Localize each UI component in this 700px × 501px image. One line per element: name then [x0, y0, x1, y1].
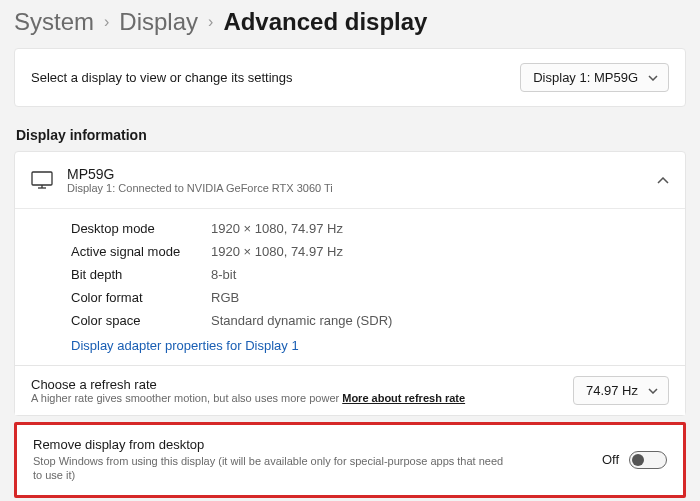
more-about-refresh-rate-link[interactable]: More about refresh rate: [342, 392, 465, 404]
breadcrumb-current: Advanced display: [223, 8, 427, 36]
display-selector-dropdown[interactable]: Display 1: MP59G: [520, 63, 669, 92]
kv-key: Color space: [71, 313, 211, 328]
chevron-right-icon: ›: [104, 13, 109, 31]
refresh-rate-subtitle: A higher rate gives smoother motion, but…: [31, 392, 465, 404]
kv-key: Active signal mode: [71, 244, 211, 259]
kv-row: Color formatRGB: [15, 286, 685, 309]
chevron-down-icon: [648, 75, 658, 81]
monitor-icon: [31, 171, 53, 189]
kv-val: 1920 × 1080, 74.97 Hz: [211, 221, 343, 236]
kv-key: Desktop mode: [71, 221, 211, 236]
section-title-display-information: Display information: [16, 127, 686, 143]
display-subtitle: Display 1: Connected to NVIDIA GeForce R…: [67, 182, 333, 194]
kv-row: Bit depth8-bit: [15, 263, 685, 286]
chevron-up-icon[interactable]: [657, 177, 669, 184]
svg-rect-0: [32, 172, 52, 185]
refresh-rate-value: 74.97 Hz: [586, 383, 638, 398]
refresh-rate-title: Choose a refresh rate: [31, 377, 465, 392]
kv-val: 8-bit: [211, 267, 236, 282]
refresh-rate-row: Choose a refresh rate A higher rate give…: [15, 365, 685, 415]
display-info-header[interactable]: MP59G Display 1: Connected to NVIDIA GeF…: [15, 152, 685, 209]
kv-key: Color format: [71, 290, 211, 305]
kv-row: Desktop mode1920 × 1080, 74.97 Hz: [15, 217, 685, 240]
breadcrumb: System › Display › Advanced display: [14, 0, 686, 48]
kv-row: Active signal mode1920 × 1080, 74.97 Hz: [15, 240, 685, 263]
display-selector-card: Select a display to view or change its s…: [14, 48, 686, 107]
display-info-body: Desktop mode1920 × 1080, 74.97 Hz Active…: [15, 209, 685, 365]
chevron-right-icon: ›: [208, 13, 213, 31]
display-selector-label: Select a display to view or change its s…: [31, 70, 293, 85]
kv-row: Color spaceStandard dynamic range (SDR): [15, 309, 685, 332]
refresh-sub-text: A higher rate gives smoother motion, but…: [31, 392, 342, 404]
remove-display-row: Remove display from desktop Stop Windows…: [17, 425, 683, 495]
chevron-down-icon: [648, 388, 658, 394]
kv-key: Bit depth: [71, 267, 211, 282]
breadcrumb-display[interactable]: Display: [119, 8, 198, 36]
kv-val: Standard dynamic range (SDR): [211, 313, 392, 328]
kv-val: 1920 × 1080, 74.97 Hz: [211, 244, 343, 259]
remove-display-toggle[interactable]: [629, 451, 667, 469]
display-selector-value: Display 1: MP59G: [533, 70, 638, 85]
kv-val: RGB: [211, 290, 239, 305]
display-adapter-properties-link[interactable]: Display adapter properties for Display 1: [15, 332, 685, 355]
highlighted-remove-section: Remove display from desktop Stop Windows…: [14, 422, 686, 498]
remove-display-title: Remove display from desktop: [33, 437, 513, 452]
display-information-card: MP59G Display 1: Connected to NVIDIA GeF…: [14, 151, 686, 416]
display-name: MP59G: [67, 166, 333, 182]
remove-display-subtitle: Stop Windows from using this display (it…: [33, 454, 513, 483]
toggle-state-label: Off: [602, 452, 619, 467]
breadcrumb-system[interactable]: System: [14, 8, 94, 36]
refresh-rate-dropdown[interactable]: 74.97 Hz: [573, 376, 669, 405]
